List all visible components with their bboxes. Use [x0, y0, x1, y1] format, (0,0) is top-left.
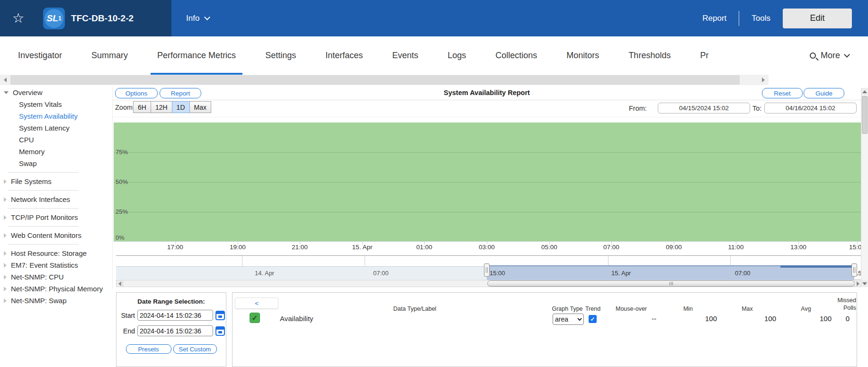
- info-dropdown[interactable]: Info: [186, 0, 209, 36]
- zoom-12h-button[interactable]: 12H: [151, 101, 172, 113]
- sidebar-group-label: Network Interfaces: [11, 195, 70, 203]
- navigator-scrollbar-thumb[interactable]: [487, 280, 855, 287]
- vertical-scrollbar[interactable]: [861, 88, 868, 287]
- sidebar-group-label: Net-SNMP: CPU: [11, 273, 64, 281]
- navigator-right-handle[interactable]: [851, 263, 857, 277]
- zoom-button-group: 6H 12H 1D Max: [134, 101, 211, 113]
- report-link[interactable]: Report: [702, 14, 726, 23]
- tab-interfaces[interactable]: Interfaces: [325, 36, 363, 75]
- x-axis-label: 13:00: [782, 244, 815, 251]
- presets-button[interactable]: Presets: [126, 344, 171, 354]
- availability-series-checkbox[interactable]: ✓: [250, 313, 260, 323]
- sidebar-item-cpu[interactable]: CPU: [0, 134, 112, 146]
- sidebar-group-network-interfaces[interactable]: Network Interfaces: [0, 193, 112, 205]
- tab-thresholds[interactable]: Thresholds: [628, 36, 671, 75]
- guide-button[interactable]: Guide: [804, 88, 844, 98]
- sidebar-group-label: Web Content Monitors: [11, 231, 81, 239]
- edit-button[interactable]: Edit: [783, 9, 852, 28]
- start-date-input[interactable]: [137, 310, 213, 321]
- from-date-input[interactable]: [658, 103, 750, 114]
- reset-button[interactable]: Reset: [762, 88, 803, 98]
- column-header-max: Max: [728, 306, 766, 312]
- start-date-row: Start: [119, 310, 226, 321]
- trend-checkbox[interactable]: ✓: [589, 315, 597, 323]
- tab-events[interactable]: Events: [392, 36, 418, 75]
- scroll-right-arrow[interactable]: [758, 75, 769, 85]
- more-dropdown[interactable]: More: [810, 51, 849, 61]
- sidebar-item-system-vitals[interactable]: System Vitals: [0, 98, 112, 110]
- navigator-scroll-right-arrow[interactable]: [854, 280, 861, 287]
- scroll-up-arrow[interactable]: [861, 88, 868, 95]
- x-axis-label: 11:00: [719, 244, 752, 251]
- zoom-1d-button[interactable]: 1D: [172, 101, 190, 113]
- chart-navigator[interactable]: 14. Apr 07:00 15:00 15. Apr 07:00 15: [116, 255, 861, 280]
- y-axis-label-75: 75%: [116, 149, 128, 156]
- tab-investigator[interactable]: Investigator: [18, 36, 62, 75]
- sidebar-item-memory[interactable]: Memory: [0, 146, 112, 157]
- tools-link[interactable]: Tools: [752, 14, 770, 23]
- sidebar-group-host-resource-storage[interactable]: Host Resource: Storage: [0, 247, 112, 259]
- x-axis-label: 21:00: [283, 244, 316, 251]
- tabbar: Investigator Summary Performance Metrics…: [0, 36, 868, 75]
- sidebar-divider: [8, 190, 79, 191]
- zoom-label: Zoom: [115, 104, 133, 111]
- tab-summary[interactable]: Summary: [91, 36, 128, 75]
- set-custom-button[interactable]: Set Custom: [173, 344, 217, 354]
- availability-area-chart[interactable]: 75% 50% 25% 0%: [114, 122, 861, 242]
- zoom-max-button[interactable]: Max: [189, 101, 211, 113]
- chevron-down-icon: [844, 52, 850, 58]
- sidebar-group-file-systems[interactable]: File Systems: [0, 175, 112, 187]
- sidebar-group-net-snmp-cpu[interactable]: Net-SNMP: CPU: [0, 271, 112, 283]
- tab-monitors[interactable]: Monitors: [566, 36, 599, 75]
- up-triangle-icon: [862, 90, 867, 93]
- max-value: 100: [738, 315, 776, 323]
- scroll-left-arrow[interactable]: [0, 75, 10, 85]
- sidebar-item-swap[interactable]: Swap: [0, 157, 112, 169]
- horizontal-scrollbar-thumb[interactable]: [10, 75, 740, 85]
- navigator-gridline: [242, 256, 242, 266]
- navigator-unselected-range[interactable]: [116, 266, 487, 280]
- tab-collections[interactable]: Collections: [495, 36, 537, 75]
- favorite-star-icon[interactable]: ☆: [12, 12, 24, 25]
- navigator-left-handle[interactable]: [484, 263, 490, 277]
- x-axis-label: 01:00: [408, 244, 441, 251]
- end-date-input[interactable]: [137, 325, 213, 336]
- collapse-button[interactable]: <: [235, 297, 278, 309]
- start-label: Start: [119, 312, 135, 319]
- scroll-down-arrow[interactable]: [861, 280, 868, 287]
- tab-settings[interactable]: Settings: [265, 36, 296, 75]
- sidebar-item-system-availability[interactable]: System Availability: [0, 110, 112, 122]
- zoom-6h-button[interactable]: 6H: [133, 101, 151, 113]
- sidebar-group-net-snmp-physical-memory[interactable]: Net-SNMP: Physical Memory: [0, 283, 112, 295]
- tab-logs[interactable]: Logs: [447, 36, 466, 75]
- end-calendar-icon[interactable]: [215, 326, 225, 336]
- sidebar-group-net-snmp-swap[interactable]: Net-SNMP: Swap: [0, 295, 112, 306]
- left-triangle-icon: [4, 78, 7, 82]
- column-header-min: Min: [669, 306, 707, 312]
- sidebar-group-overview[interactable]: Overview: [0, 87, 112, 98]
- sidebar-group-web-content-monitors[interactable]: Web Content Monitors: [0, 229, 112, 241]
- navigator-gridline: [608, 256, 608, 266]
- sidebar-group-tcpip-port-monitors[interactable]: TCP/IP Port Monitors: [0, 211, 112, 223]
- tab-clipped[interactable]: Pr: [700, 36, 708, 75]
- navigator-scroll-left-arrow[interactable]: [116, 280, 123, 287]
- caret-right-icon: [4, 298, 7, 303]
- navigator-series-line: [780, 265, 854, 268]
- to-date-input[interactable]: [764, 103, 857, 114]
- graph-type-select[interactable]: area: [553, 314, 584, 325]
- tabs-horizontal-scrollbar[interactable]: [0, 75, 769, 85]
- vertical-scrollbar-thumb[interactable]: [862, 96, 868, 134]
- sidebar-group-label: Host Resource: Storage: [11, 249, 87, 257]
- tab-performance-metrics[interactable]: Performance Metrics: [157, 36, 236, 75]
- navigator-gridline: [730, 256, 731, 266]
- column-header-mouse-over: Mouse-over: [608, 306, 655, 312]
- navigator-gridline: [365, 256, 365, 266]
- caret-right-icon: [4, 215, 7, 220]
- search-icon[interactable]: [810, 52, 816, 59]
- navigator-scrollbar[interactable]: [116, 280, 861, 287]
- sidebar-divider: [8, 172, 79, 173]
- sidebar-group-em7-event-statistics[interactable]: EM7: Event Statistics: [0, 259, 112, 271]
- start-calendar-icon[interactable]: [215, 311, 225, 320]
- info-dropdown-label: Info: [186, 14, 199, 23]
- sidebar-item-system-latency[interactable]: System Latency: [0, 122, 112, 134]
